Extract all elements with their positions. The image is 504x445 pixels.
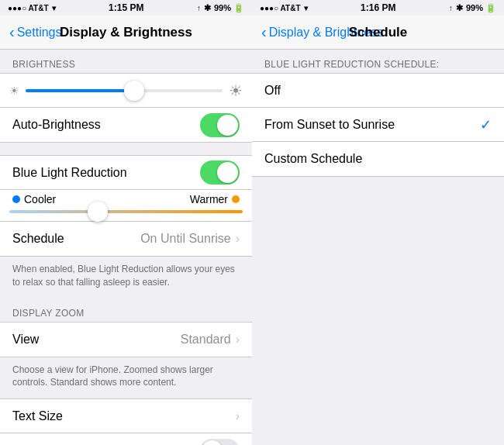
cooler-dot-icon — [12, 195, 20, 203]
view-value: Standard — [181, 333, 231, 347]
left-bluetooth-icon: ✱ — [204, 3, 211, 13]
warm-slider-row[interactable] — [0, 207, 252, 222]
auto-brightness-label: Auto-Brightness — [12, 118, 101, 132]
text-size-right: › — [236, 409, 240, 423]
schedule-label: Schedule — [12, 232, 64, 246]
bold-text-toggle[interactable] — [200, 439, 240, 445]
right-nav-title: Schedule — [349, 25, 408, 40]
brightness-low-icon: ☀ — [9, 85, 19, 97]
brightness-group: ☀ ☀ Auto-Brightness — [0, 73, 252, 143]
left-back-chevron-icon: ‹ — [9, 24, 15, 40]
cooler-label: Cooler — [12, 193, 56, 205]
warm-slider-track[interactable] — [9, 210, 243, 213]
brightness-fill — [26, 89, 134, 92]
schedule-value-group: On Until Sunrise › — [140, 232, 240, 246]
right-screen: ●●●○ AT&T ▾ 1:16 PM ↑ ✱ 99% 🔋 ‹ Display … — [252, 0, 504, 445]
brightness-high-icon: ☀ — [229, 81, 243, 100]
schedule-option-off-label: Off — [264, 84, 281, 98]
blue-light-row: Blue Light Reduction — [0, 156, 252, 190]
view-value-group: Standard › — [181, 333, 240, 347]
left-gps-icon: ↑ — [197, 4, 201, 12]
right-back-chevron-icon: ‹ — [261, 24, 267, 40]
schedule-options-group: Off From Sunset to Sunrise ✓ Custom Sche… — [252, 73, 504, 177]
left-screen: ●●●○ AT&T ▾ 1:15 PM ↑ ✱ 99% 🔋 ‹ Settings… — [0, 0, 252, 445]
text-options-group: Text Size › Bold Text — [0, 398, 252, 445]
warm-slider-thumb[interactable] — [88, 202, 108, 222]
bold-text-row: Bold Text — [0, 433, 252, 445]
display-zoom-description: Choose a view for iPhone. Zoomed shows l… — [0, 357, 252, 399]
schedule-section-label: BLUE LIGHT REDUCTION SCHEDULE: — [252, 50, 504, 73]
right-wifi-icon: ▾ — [304, 4, 308, 12]
auto-brightness-row: Auto-Brightness — [0, 108, 252, 142]
right-right-icons: ↑ ✱ 99% 🔋 — [449, 3, 496, 13]
schedule-option-custom[interactable]: Custom Schedule — [252, 142, 504, 176]
right-status-bar: ●●●○ AT&T ▾ 1:16 PM ↑ ✱ 99% 🔋 — [252, 0, 504, 16]
view-chevron-icon: › — [236, 333, 240, 347]
brightness-thumb[interactable] — [124, 81, 144, 101]
left-back-label: Settings — [17, 26, 62, 40]
left-carrier-icons: ●●●○ AT&T ▾ — [8, 4, 56, 12]
blue-light-group: Blue Light Reduction Cooler Warmer — [0, 155, 252, 257]
view-label: View — [12, 333, 39, 347]
left-right-icons: ↑ ✱ 99% 🔋 — [197, 3, 244, 13]
right-battery: 99% 🔋 — [466, 3, 496, 13]
temp-labels-row: Cooler Warmer — [0, 190, 252, 207]
left-status-bar: ●●●○ AT&T ▾ 1:15 PM ↑ ✱ 99% 🔋 — [0, 0, 252, 16]
blue-light-label: Blue Light Reduction — [12, 166, 127, 180]
right-gps-icon: ↑ — [449, 4, 453, 12]
brightness-slider-row[interactable]: ☀ ☀ — [0, 74, 252, 108]
right-carrier-icons: ●●●○ AT&T ▾ — [260, 4, 308, 12]
schedule-row[interactable]: Schedule On Until Sunrise › — [0, 222, 252, 256]
display-zoom-group: View Standard › — [0, 322, 252, 357]
blue-light-toggle[interactable] — [200, 160, 240, 185]
right-time: 1:16 PM — [361, 2, 395, 13]
left-battery: 99% 🔋 — [214, 3, 244, 13]
brightness-section-label: BRIGHTNESS — [0, 50, 252, 73]
right-nav-bar: ‹ Display & Brightness Schedule — [252, 16, 504, 50]
schedule-option-off[interactable]: Off — [252, 74, 504, 108]
right-bluetooth-icon: ✱ — [456, 3, 463, 13]
right-carrier: ●●●○ AT&T — [260, 4, 301, 12]
text-size-chevron-icon: › — [236, 409, 240, 423]
blue-light-description: When enabled, Blue Light Reduction allow… — [0, 257, 252, 298]
left-nav-title: Display & Brightness — [60, 25, 192, 40]
schedule-option-sunset-label: From Sunset to Sunrise — [264, 118, 395, 132]
cooler-text: Cooler — [24, 193, 56, 205]
view-row[interactable]: View Standard › — [0, 323, 252, 357]
warmer-label: Warmer — [190, 193, 240, 205]
auto-brightness-toggle[interactable] — [200, 113, 240, 137]
left-carrier: ●●●○ AT&T — [8, 4, 49, 12]
left-wifi-icon: ▾ — [52, 4, 56, 12]
text-size-row[interactable]: Text Size › — [0, 399, 252, 433]
text-size-label: Text Size — [12, 409, 63, 423]
left-time: 1:15 PM — [109, 2, 143, 13]
spacer-1 — [0, 143, 252, 155]
left-nav-bar: ‹ Settings Display & Brightness — [0, 16, 252, 50]
warmer-dot-icon — [232, 195, 240, 203]
schedule-chevron-icon: › — [236, 232, 240, 246]
display-zoom-section-label: DISPLAY ZOOM — [0, 298, 252, 322]
brightness-track[interactable] — [26, 89, 223, 92]
schedule-value: On Until Sunrise — [140, 232, 231, 246]
warmer-text: Warmer — [190, 193, 228, 205]
schedule-option-custom-label: Custom Schedule — [264, 152, 362, 166]
right-content: BLUE LIGHT REDUCTION SCHEDULE: Off From … — [252, 50, 504, 445]
left-back-button[interactable]: ‹ Settings — [9, 25, 61, 40]
schedule-option-sunset[interactable]: From Sunset to Sunrise ✓ — [252, 108, 504, 142]
schedule-option-sunset-check-icon: ✓ — [480, 116, 492, 133]
left-content: BRIGHTNESS ☀ ☀ Auto-Brightness Blue Ligh… — [0, 50, 252, 445]
